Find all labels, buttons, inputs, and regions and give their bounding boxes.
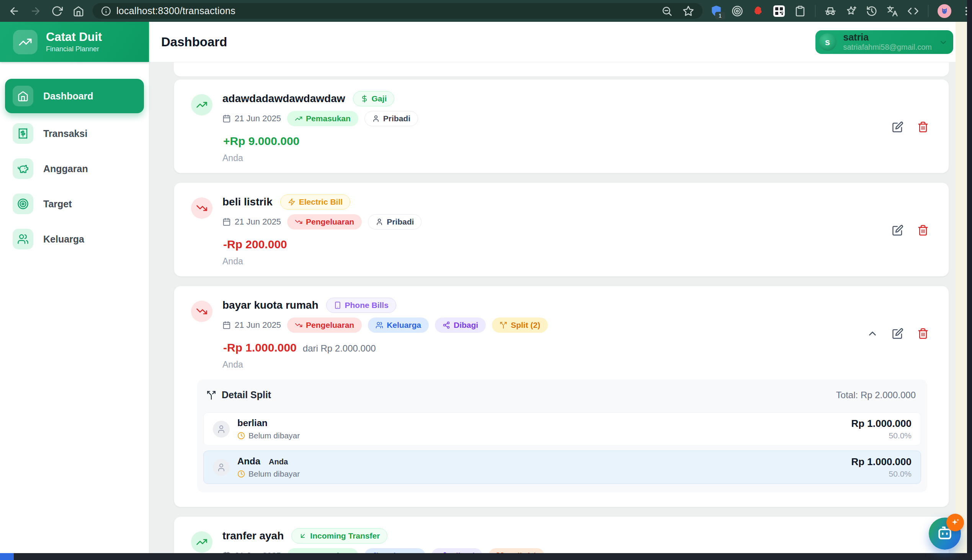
extension-creature-button[interactable] [752,5,764,17]
split-icon [206,390,216,400]
extension-shield-icon[interactable]: 1 [710,5,723,17]
transaction-owner: Anda [223,360,548,370]
transaction-date: 21 Jun 2025 [223,113,281,123]
brand-logo-trending-up-icon [13,30,37,54]
brand-tagline: Financial Planner [46,45,102,53]
dollar-icon [361,95,368,103]
toolbar-divider [928,5,929,17]
toolbar-divider [815,5,815,17]
assistant-fab-button[interactable] [929,518,961,550]
transaction-amount: -Rp 200.000 [223,238,287,251]
forward-button[interactable] [30,5,41,17]
main-area: Dashboard s satria satriafahmi58@gmail.c… [149,22,955,553]
back-button[interactable] [8,5,20,17]
transaction-title: tranfer ayah [223,529,284,542]
transactions-content: adawdadawdawdawdaw Gaji 21 Jun 2025 Pema… [149,62,955,553]
sidebar-item-transaksi[interactable]: Transaksi [5,116,144,151]
calendar-icon [223,114,231,123]
translate-button[interactable] [887,5,898,17]
sidebar-item-dashboard[interactable]: Dashboard [5,79,144,113]
transaction-owner: Anda [223,256,422,266]
split-amount: Rp 1.000.000 [851,456,912,468]
smartphone-icon [334,302,341,309]
home-icon [17,90,29,102]
transaction-amount-total: dari Rp 2.000.000 [303,343,376,354]
badge-split-2: Split (2) [492,317,548,333]
brand-name: Catat Duit [46,31,102,43]
transaction-title: bayar kuota rumah [223,299,318,312]
edit-button[interactable] [892,328,903,339]
badge-phone-bills: Phone Bills [326,298,396,313]
sidebar-item-keluarga[interactable]: Keluarga [5,222,144,256]
site-info-icon[interactable] [101,6,111,16]
extension-qr-icon[interactable] [773,5,785,17]
browser-profile-avatar[interactable] [937,4,951,18]
split-percent: 50.0% [851,469,912,478]
extension-badge: 1 [715,12,725,20]
split-member-name: Anda [238,456,260,467]
split-member-tag: Anda [269,457,288,466]
extension-target-button[interactable] [731,5,743,17]
split-amount: Rp 1.000.000 [851,418,912,430]
split-detail-title: Detail Split [206,389,271,400]
dog-icon [940,7,949,16]
incognito-button[interactable] [825,5,836,17]
bottom-left-indicator [0,553,14,560]
badge-pemasukan: Pemasukan [287,548,358,553]
code-button[interactable] [907,5,919,17]
trending-down-icon [196,306,207,317]
user-name: satria [843,32,932,43]
delete-button[interactable] [917,328,929,339]
bookmark-button[interactable] [683,5,694,17]
zoom-out-button[interactable] [661,5,673,17]
home-button[interactable] [73,5,84,17]
arrow-down-left-icon [299,532,307,540]
sidebar-item-anggaran[interactable]: Anggaran [5,152,144,186]
browser-toolbar: localhost:8300/transactions 1 [0,0,972,22]
sidebar-nav: Dashboard Transaksi Anggaran Target Kelu… [0,62,149,256]
piggy-bank-icon [17,163,29,175]
user-icon [376,218,383,226]
edit-button[interactable] [892,121,903,133]
reload-button[interactable] [51,5,63,17]
url-text: localhost:8300/transactions [116,5,236,17]
split-status: Belum dibayar [238,431,300,440]
split-total: Total: Rp 2.000.000 [836,390,916,400]
sidebar: Catat Duit Financial Planner Dashboard T… [0,22,149,553]
trending-down-icon [295,218,303,226]
sidebar-item-target[interactable]: Target [5,187,144,221]
sidebar-item-label: Anggaran [43,163,88,175]
split-member-name: berlian [238,418,268,428]
transaction-card-adawdadawdawdawdaw: adawdadawdawdawdaw Gaji 21 Jun 2025 Pema… [174,79,949,173]
screen: localhost:8300/transactions 1 Catat Duit… [0,0,972,560]
toolbar-left [0,5,93,17]
transaction-card-beli-listrik: beli listrik Electric Bill 21 Jun 2025 P… [174,182,949,277]
sparkle-icon [950,518,960,527]
history-button[interactable] [866,5,877,17]
delete-button[interactable] [917,225,929,236]
transaction-title: beli listrik [223,195,273,208]
user-menu-button[interactable]: s satria satriafahmi58@gmail.com [815,30,954,54]
transaction-title: adawdadawdawdawdaw [223,92,345,105]
users-icon [17,233,29,245]
url-bar[interactable]: localhost:8300/transactions [93,3,703,19]
collapse-split-button[interactable] [867,328,878,339]
brand-header: Catat Duit Financial Planner [0,22,149,62]
split-icon [500,321,507,329]
sidebar-item-label: Dashboard [43,91,94,102]
transaction-list: adawdadawdawdawdaw Gaji 21 Jun 2025 Pema… [174,79,955,553]
split-detail-panel: Detail Split Total: Rp 2.000.000 berlian… [197,380,927,492]
edit-button[interactable] [892,225,903,236]
calendar-icon [223,321,231,329]
user-icon [372,115,380,122]
clock-icon [238,432,245,440]
window-right-edge [967,0,972,560]
trending-down-icon [295,321,303,329]
star-sparkle-button[interactable] [845,5,857,17]
delete-button[interactable] [917,121,929,133]
badge-split-2: Split (2) [489,548,544,553]
scrollbar[interactable] [955,22,967,553]
transaction-date: 21 Jun 2025 [223,217,281,227]
window-bottom-edge [0,553,972,560]
extension-clipboard-button[interactable] [795,5,806,17]
